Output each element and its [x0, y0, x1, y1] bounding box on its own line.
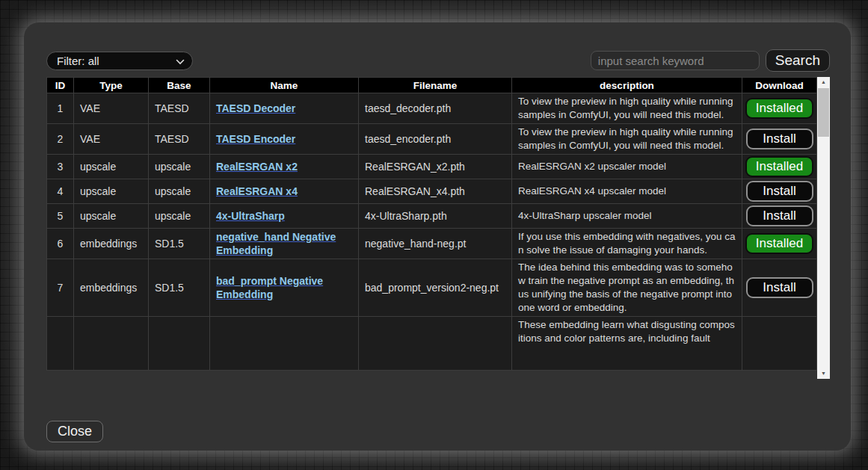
table-row: 2 VAE TAESD TAESD Encoder taesd_encoder.…: [47, 124, 817, 155]
table-row: 4 upscale upscale RealESRGAN x4 RealESRG…: [47, 179, 817, 204]
install-button[interactable]: Install: [746, 277, 813, 298]
cell-description: RealESRGAN x2 upscaler model: [512, 155, 742, 179]
models-table: ID Type Base Name Filename description D…: [46, 77, 817, 371]
cell-type: [74, 317, 149, 371]
model-name-link[interactable]: TAESD Encoder: [216, 133, 295, 145]
scrollbar-thumb[interactable]: [818, 88, 829, 137]
table-row: 5 upscale upscale 4x-UltraSharp 4x-Ultra…: [47, 204, 817, 229]
cell-id: 4: [47, 179, 74, 204]
cell-filename: RealESRGAN_x4.pth: [359, 179, 512, 204]
chevron-down-icon: [176, 59, 185, 65]
table-row: 3 upscale upscale RealESRGAN x2 RealESRG…: [47, 155, 817, 179]
column-header-filename: Filename: [359, 78, 512, 93]
cell-download: Installed: [742, 229, 817, 259]
cell-id: 7: [47, 259, 74, 317]
comfyui-canvas: Filter: all Search ID Type Base: [0, 0, 868, 470]
table-row: These embedding learn what disgusting co…: [47, 317, 817, 371]
cell-download: Install: [742, 179, 817, 204]
cell-download: Installed: [742, 155, 817, 179]
cell-filename: [359, 317, 512, 371]
table-row: 7 embeddings SD1.5 bad_prompt Negative E…: [47, 259, 817, 317]
table-row: 1 VAE TAESD TAESD Decoder taesd_decoder.…: [47, 93, 817, 124]
cell-id: 5: [47, 204, 74, 229]
column-header-id: ID: [47, 78, 74, 93]
cell-base: TAESD: [149, 124, 210, 155]
search-input[interactable]: [591, 51, 760, 70]
dialog-toolbar: Filter: all Search: [46, 49, 830, 72]
cell-description: These embedding learn what disgusting co…: [512, 317, 742, 371]
cell-description: To view the preview in high quality whil…: [512, 93, 742, 124]
cell-name: negative_hand Negative Embedding: [210, 229, 359, 259]
install-button[interactable]: Install: [746, 181, 813, 202]
table-scrollbar[interactable]: ▲ ▼: [817, 77, 830, 379]
model-name-link[interactable]: 4x-UltraSharp: [216, 210, 285, 222]
cell-base: SD1.5: [149, 259, 210, 317]
search-group: Search: [591, 49, 830, 72]
cell-description: RealESRGAN x4 upscaler model: [512, 179, 742, 204]
close-button[interactable]: Close: [46, 421, 103, 442]
cell-base: upscale: [149, 179, 210, 204]
scrollbar-up-icon[interactable]: ▲: [817, 77, 830, 87]
cell-name: TAESD Decoder: [210, 93, 359, 124]
model-name-link[interactable]: negative_hand Negative Embedding: [216, 231, 336, 256]
cell-description: To view the preview in high quality whil…: [512, 124, 742, 155]
model-name-link[interactable]: TAESD Decoder: [216, 102, 295, 114]
cell-download: Installed: [742, 93, 817, 124]
cell-id: 6: [47, 229, 74, 259]
models-table-scroll: ID Type Base Name Filename description D…: [46, 77, 817, 379]
filter-select[interactable]: Filter: all: [46, 52, 193, 70]
cell-type: upscale: [74, 179, 149, 204]
cell-description: The idea behind this embedding was to so…: [512, 259, 742, 317]
cell-filename: taesd_decoder.pth: [359, 93, 512, 124]
filter-select-value: Filter: all: [57, 55, 99, 67]
cell-base: [149, 317, 210, 371]
cell-type: embeddings: [74, 259, 149, 317]
cell-filename: 4x-UltraSharp.pth: [359, 204, 512, 229]
model-name-link[interactable]: RealESRGAN x4: [216, 185, 298, 197]
cell-type: embeddings: [74, 229, 149, 259]
table-row: 6 embeddings SD1.5 negative_hand Negativ…: [47, 229, 817, 259]
column-header-download: Download: [742, 78, 817, 93]
cell-download: [742, 317, 817, 371]
cell-name: [210, 317, 359, 371]
table-header-row: ID Type Base Name Filename description D…: [47, 78, 817, 93]
cell-id: [47, 317, 74, 371]
install-models-dialog: Filter: all Search ID Type Base: [24, 22, 851, 451]
cell-type: VAE: [74, 124, 149, 155]
cell-name: bad_prompt Negative Embedding: [210, 259, 359, 317]
model-name-link[interactable]: RealESRGAN x2: [216, 161, 298, 173]
models-table-area: ID Type Base Name Filename description D…: [46, 77, 830, 379]
search-button[interactable]: Search: [766, 49, 830, 72]
cell-description: If you use this embedding with negatives…: [512, 229, 742, 259]
cell-download: Install: [742, 124, 817, 155]
install-button[interactable]: Install: [746, 205, 813, 226]
cell-type: upscale: [74, 155, 149, 179]
column-header-type: Type: [74, 78, 149, 93]
column-header-base: Base: [149, 78, 210, 93]
cell-id: 3: [47, 155, 74, 179]
install-button[interactable]: Installed: [745, 98, 813, 119]
cell-filename: RealESRGAN_x2.pth: [359, 155, 512, 179]
install-button[interactable]: Install: [746, 129, 813, 149]
cell-base: TAESD: [149, 93, 210, 124]
scrollbar-down-icon[interactable]: ▼: [817, 368, 830, 379]
cell-base: upscale: [149, 155, 210, 179]
cell-type: VAE: [74, 93, 149, 124]
cell-name: RealESRGAN x2: [210, 155, 359, 179]
cell-download: Install: [742, 204, 817, 229]
model-name-link[interactable]: bad_prompt Negative Embedding: [216, 275, 323, 300]
install-button[interactable]: Installed: [745, 233, 813, 254]
install-button[interactable]: Installed: [745, 156, 813, 177]
cell-id: 1: [47, 93, 74, 124]
cell-base: upscale: [149, 204, 210, 229]
cell-filename: taesd_encoder.pth: [359, 124, 512, 155]
cell-name: 4x-UltraSharp: [210, 204, 359, 229]
cell-type: upscale: [74, 204, 149, 229]
cell-id: 2: [47, 124, 74, 155]
cell-description: 4x-UltraSharp upscaler model: [512, 204, 742, 229]
column-header-name: Name: [210, 78, 359, 93]
cell-filename: bad_prompt_version2-neg.pt: [359, 259, 512, 317]
cell-download: Install: [742, 259, 817, 317]
cell-name: TAESD Encoder: [210, 124, 359, 155]
cell-filename: negative_hand-neg.pt: [359, 229, 512, 259]
